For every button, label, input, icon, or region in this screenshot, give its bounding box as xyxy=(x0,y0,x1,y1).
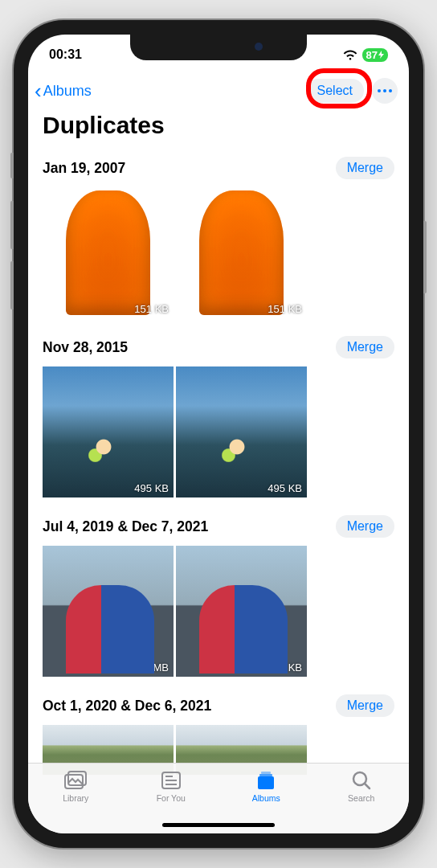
photo-thumbnail[interactable]: 495 KB xyxy=(176,366,307,497)
status-right: 87 xyxy=(343,48,388,62)
svg-rect-6 xyxy=(165,776,173,777)
library-icon xyxy=(63,770,88,791)
photo-thumbnail[interactable]: 151 KB xyxy=(176,187,307,318)
duplicate-group: Jul 4, 2019 & Dec 7, 2021 Merge 2.3 MB 7… xyxy=(28,509,409,688)
phone-frame: 00:31 87 ‹ Albums Select Dupl xyxy=(14,20,423,848)
svg-line-13 xyxy=(365,784,370,788)
file-size: 151 KB xyxy=(268,303,302,315)
group-date: Oct 1, 2020 & Dec 6, 2021 xyxy=(43,698,211,714)
thumbnail-row: 2.3 MB 76 KB xyxy=(43,546,394,677)
volume-down xyxy=(10,261,14,309)
wifi-icon xyxy=(343,50,357,60)
file-size: 495 KB xyxy=(134,482,169,494)
merge-button[interactable]: Merge xyxy=(336,694,394,717)
svg-rect-10 xyxy=(259,774,272,776)
group-header: Nov 28, 2015 Merge xyxy=(43,336,394,358)
battery-percent: 87 xyxy=(366,49,378,61)
tab-bar: Library For You Albums Search xyxy=(28,763,409,833)
photo-thumbnail[interactable]: 151 KB xyxy=(43,187,174,318)
svg-rect-11 xyxy=(261,772,271,774)
albums-icon xyxy=(254,770,278,791)
group-date: Jul 4, 2019 & Dec 7, 2021 xyxy=(43,518,208,535)
mute-switch xyxy=(10,153,14,178)
back-button[interactable]: ‹ Albums xyxy=(35,80,92,101)
photo-thumbnail[interactable]: 495 KB xyxy=(43,366,174,497)
volume-up xyxy=(10,201,14,249)
duplicate-group: Jan 19, 2007 Merge 151 KB 151 KB xyxy=(28,150,409,330)
bolt-icon xyxy=(378,51,384,59)
page-title: Duplicates xyxy=(28,112,409,150)
select-button[interactable]: Select xyxy=(306,79,364,103)
group-header: Oct 1, 2020 & Dec 6, 2021 Merge xyxy=(43,694,394,717)
content[interactable]: Jan 19, 2007 Merge 151 KB 151 KB Nov 28,… xyxy=(28,150,409,786)
file-size: 495 KB xyxy=(268,482,302,494)
tab-for-you[interactable]: For You xyxy=(124,770,219,803)
merge-button[interactable]: Merge xyxy=(336,157,394,179)
more-button[interactable] xyxy=(372,78,398,104)
search-icon xyxy=(349,770,374,791)
notch xyxy=(130,35,307,60)
thumbnail-row: 151 KB 151 KB xyxy=(43,187,394,318)
tab-search[interactable]: Search xyxy=(314,770,410,803)
home-indicator[interactable] xyxy=(162,823,275,827)
group-date: Jan 19, 2007 xyxy=(43,160,125,177)
group-date: Nov 28, 2015 xyxy=(43,339,128,356)
svg-point-0 xyxy=(378,89,381,92)
nav-actions: Select xyxy=(306,78,398,104)
svg-rect-8 xyxy=(165,784,177,785)
svg-point-2 xyxy=(389,89,392,92)
screen: 00:31 87 ‹ Albums Select Dupl xyxy=(28,35,409,833)
tab-label: Albums xyxy=(252,793,280,803)
file-size: 76 KB xyxy=(274,661,302,674)
chevron-left-icon: ‹ xyxy=(35,80,42,101)
svg-point-1 xyxy=(383,89,386,92)
for-you-icon xyxy=(159,770,183,791)
power-button xyxy=(423,221,427,293)
tab-label: Search xyxy=(348,793,374,803)
group-header: Jul 4, 2019 & Dec 7, 2021 Merge xyxy=(43,515,394,538)
tab-library[interactable]: Library xyxy=(28,770,124,803)
tab-albums[interactable]: Albums xyxy=(218,770,314,803)
duplicate-group: Nov 28, 2015 Merge 495 KB 495 KB xyxy=(28,330,409,509)
back-label: Albums xyxy=(43,83,92,100)
tab-label: Library xyxy=(63,793,88,803)
battery-badge: 87 xyxy=(362,48,388,62)
status-time: 00:31 xyxy=(49,47,82,62)
thumbnail-row: 495 KB 495 KB xyxy=(43,366,394,497)
merge-button[interactable]: Merge xyxy=(336,336,394,358)
group-header: Jan 19, 2007 Merge xyxy=(43,157,394,179)
svg-rect-7 xyxy=(165,780,177,781)
merge-button[interactable]: Merge xyxy=(336,515,394,538)
photo-thumbnail[interactable]: 76 KB xyxy=(176,546,307,677)
svg-rect-9 xyxy=(258,776,274,789)
tab-label: For You xyxy=(157,793,186,803)
nav-bar: ‹ Albums Select xyxy=(28,73,409,112)
ellipsis-icon xyxy=(378,89,392,92)
file-size: 151 KB xyxy=(134,303,169,315)
photo-thumbnail[interactable]: 2.3 MB xyxy=(43,546,174,677)
file-size: 2.3 MB xyxy=(136,661,169,674)
